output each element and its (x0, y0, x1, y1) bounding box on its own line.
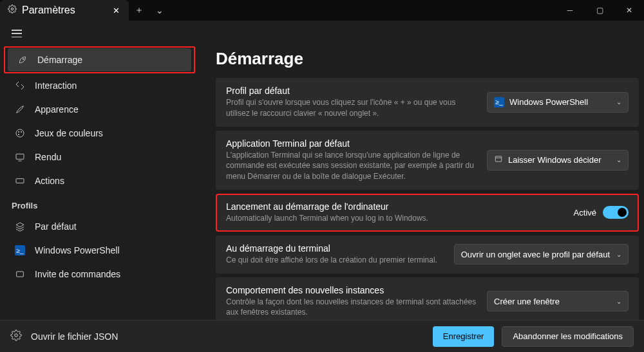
page-title: Démarrage (216, 49, 639, 69)
default-profile-dropdown[interactable]: ≥_Windows PowerShell ⌄ (487, 92, 629, 113)
launch-startup-toggle[interactable] (603, 206, 629, 219)
svg-point-5 (18, 134, 19, 134)
tab-title: Paramètres (22, 5, 75, 16)
minimize-button[interactable]: ─ (555, 0, 585, 21)
card-default-profile: Profil par défaut Profil qui s'ouvre lor… (216, 78, 639, 127)
sidebar-label: Rendu (35, 152, 61, 162)
dropdown-value: Créer une fenêtre (494, 297, 560, 306)
close-window-button[interactable]: ✕ (614, 0, 644, 21)
new-tab-button[interactable]: ＋ (129, 0, 149, 21)
content: Démarrage Profil par défaut Profil qui s… (196, 46, 644, 320)
keyboard-icon (14, 176, 26, 186)
chevron-down-icon: ⌄ (616, 298, 621, 305)
card-desc: Ce qui doit être affiché lors de la créa… (226, 255, 444, 266)
sidebar-label: Jeux de couleurs (35, 128, 103, 138)
menu-button[interactable] (0, 21, 644, 46)
svg-point-4 (21, 131, 21, 132)
sidebar-item-apparence[interactable]: Apparence (5, 98, 194, 121)
svg-point-1 (23, 59, 24, 60)
sidebar-section-profils: Profils (3, 193, 196, 214)
gear-icon (8, 5, 17, 16)
rocket-icon (17, 55, 28, 65)
sidebar-label: Actions (35, 176, 64, 186)
sidebar-item-rendu[interactable]: Rendu (5, 145, 194, 169)
toggle-state-label: Activé (574, 208, 596, 218)
svg-point-2 (16, 129, 24, 137)
layers-icon (14, 221, 26, 232)
svg-point-15 (15, 334, 18, 337)
footer: Ouvrir le fichier JSON Enregistrer Aband… (0, 320, 644, 352)
titlebar: Paramètres ✕ ＋ ⌄ ─ ▢ ✕ (0, 0, 644, 21)
dropdown-value: Ouvrir un onglet avec le profil par défa… (461, 250, 610, 259)
card-desc: Contrôle la façon dont les nouvelles ins… (226, 297, 477, 319)
chevron-down-icon: ⌄ (616, 98, 621, 106)
chevron-down-icon: ⌄ (616, 156, 621, 163)
sidebar-item-actions[interactable]: Actions (5, 169, 194, 192)
terminal-start-dropdown[interactable]: Ouvrir un onglet avec le profil par défa… (454, 244, 629, 264)
sidebar-profile-cmd[interactable]: Invite de commandes (5, 263, 194, 286)
chevron-down-icon: ⌄ (616, 251, 621, 258)
gear-icon (10, 329, 22, 343)
main-area: Démarrage Interaction Apparence Jeux de … (0, 46, 644, 320)
powershell-icon: ≥_ (14, 245, 26, 255)
card-terminal-start: Au démarrage du terminal Ce qui doit êtr… (216, 236, 639, 273)
card-desc: L'application Terminal qui se lance lors… (226, 150, 477, 182)
palette-icon (14, 128, 26, 138)
card-title: Profil par défaut (226, 86, 477, 96)
sidebar-item-interaction[interactable]: Interaction (5, 74, 194, 97)
svg-point-0 (11, 8, 14, 10)
hamburger-icon (12, 30, 22, 37)
close-tab-button[interactable]: ✕ (111, 6, 121, 15)
default-terminal-dropdown[interactable]: Laisser Windows décider ⌄ (487, 150, 629, 171)
svg-rect-6 (16, 154, 24, 159)
card-launch-startup: Lancement au démarrage de l'ordinateur A… (216, 194, 639, 232)
sidebar-item-demarrage[interactable]: Démarrage (8, 48, 191, 71)
powershell-icon: ≥_ (494, 97, 504, 107)
brush-icon (14, 104, 26, 115)
sidebar-label: Apparence (35, 104, 79, 115)
dropdown-value: Windows PowerShell (509, 97, 588, 107)
card-desc: Automatically launch Terminal when you l… (226, 213, 564, 224)
sidebar-label: Par défaut (35, 221, 77, 232)
maximize-button[interactable]: ▢ (585, 0, 614, 21)
new-instance-dropdown[interactable]: Créer une fenêtre ⌄ (487, 291, 629, 311)
card-desc: Profil qui s'ouvre lorsque vous cliquez … (226, 97, 477, 119)
save-button[interactable]: Enregistrer (433, 326, 495, 347)
window-controls: ─ ▢ ✕ (555, 0, 644, 21)
window-icon (494, 154, 503, 165)
card-title: Application Terminal par défaut (226, 138, 477, 149)
interaction-icon (14, 80, 26, 91)
monitor-icon (14, 152, 26, 162)
card-default-terminal: Application Terminal par défaut L'applic… (216, 131, 639, 190)
svg-point-3 (18, 131, 19, 132)
sidebar-label: Windows PowerShell (35, 245, 120, 255)
card-title: Au démarrage du terminal (226, 243, 444, 254)
card-new-instance: Comportement des nouvelles instances Con… (216, 277, 639, 320)
open-json-label: Ouvrir le fichier JSON (31, 331, 118, 342)
discard-button[interactable]: Abandonner les modifications (502, 326, 634, 347)
svg-rect-12 (17, 272, 24, 277)
sidebar-item-couleurs[interactable]: Jeux de couleurs (5, 122, 194, 145)
dropdown-value: Laisser Windows décider (508, 155, 601, 165)
svg-rect-8 (16, 179, 24, 183)
sidebar-profile-powershell[interactable]: ≥_ Windows PowerShell (5, 239, 194, 262)
sidebar-label: Démarrage (37, 55, 82, 65)
tab-dropdown-button[interactable]: ⌄ (149, 0, 170, 21)
svg-rect-13 (495, 156, 501, 162)
open-json-button[interactable]: Ouvrir le fichier JSON (10, 329, 118, 343)
tab-settings[interactable]: Paramètres ✕ (0, 0, 129, 21)
card-title: Lancement au démarrage de l'ordinateur (226, 201, 564, 212)
sidebar: Démarrage Interaction Apparence Jeux de … (0, 46, 196, 320)
card-title: Comportement des nouvelles instances (226, 285, 477, 295)
highlight-demarrage: Démarrage (4, 46, 195, 73)
sidebar-label: Invite de commandes (35, 269, 120, 279)
cmd-icon (14, 269, 26, 279)
sidebar-label: Interaction (35, 80, 77, 91)
sidebar-profile-default[interactable]: Par défaut (5, 215, 194, 238)
